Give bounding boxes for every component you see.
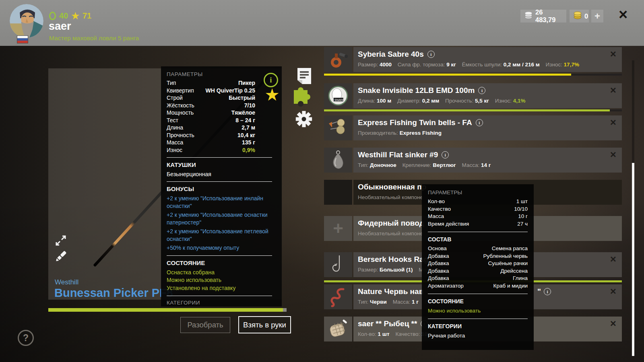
param-label: Тип (167, 79, 176, 87)
help-button[interactable]: ? (18, 330, 34, 346)
silver-amount: 26 483,79 (535, 8, 563, 24)
tooltip-composition-header: СОСТАВ (428, 236, 528, 243)
level-icon (49, 12, 56, 20)
stat-label: Кол-во: (358, 331, 376, 337)
info-icon[interactable]: i (478, 87, 485, 94)
stat-label: Крепление: (402, 162, 431, 168)
username: saer (49, 20, 71, 33)
stat-value: Черви (370, 299, 387, 305)
remove-item-button[interactable]: × (610, 148, 616, 161)
bonus-line: +2 к умению "Использование оснастки пате… (167, 211, 272, 226)
state-header: СОСТОЯНИЕ (167, 259, 276, 266)
wear-bar (324, 109, 622, 111)
param-label: Квивертип (167, 87, 194, 95)
take-in-hands-button[interactable]: Взять в руки (238, 316, 291, 333)
stat-label: Длина: (358, 98, 375, 104)
item-name: Bunessan Picker PF8 (54, 286, 173, 300)
reels-value: Безынерционная (167, 171, 276, 178)
bonus-line: +50% к получаемому опыту (167, 244, 272, 252)
edit-pencil-icon[interactable] (55, 250, 67, 264)
composition-value: Рубленный червь (483, 253, 528, 260)
scrollbar-thumb[interactable] (632, 163, 634, 356)
tooltip-param-label: Качество (428, 206, 451, 213)
param-wear-value: 0,9% (242, 146, 255, 154)
param-value: Быстрый (229, 94, 255, 102)
info-icon[interactable]: i (427, 51, 435, 58)
composition-label: Ароматизатор (428, 282, 464, 290)
gold-coins-icon (573, 11, 582, 21)
favorite-star-icon[interactable]: ★ (264, 86, 280, 104)
item-parameters-panel: ПАРАМЕТРЫ ТипПикер КвивертипWH QuiverTip… (161, 66, 282, 306)
remove-item-button[interactable]: × (610, 285, 616, 298)
param-value: WH QuiverTip 0.25 (206, 87, 255, 95)
remove-item-button[interactable]: × (610, 84, 616, 97)
info-icon[interactable]: i (442, 151, 449, 158)
stat-value: 9 кг (446, 62, 456, 68)
stat-value: 1 г (412, 299, 419, 305)
stat-value: Express Fishing (400, 130, 442, 136)
stat-label: Диаметр: (397, 98, 421, 104)
stat-value: 0,2 мм (422, 98, 440, 104)
remove-item-button[interactable]: × (610, 317, 616, 330)
parameters-header: ПАРАМЕТРЫ (167, 71, 276, 77)
scrollbar-track[interactable] (632, 60, 634, 356)
star-icon: ★ (71, 12, 79, 20)
plus-icon: + (594, 10, 600, 22)
stat-value: 14 г (481, 162, 491, 168)
item-durability-bar (48, 308, 287, 312)
item-title: Express Fishing Twin bells - FA (358, 118, 472, 127)
worm-thumbnail (324, 284, 352, 309)
tooltip-param-label: Кол-во (428, 198, 445, 206)
item-tooltip: ПАРАМЕТРЫ Кол-во1 шт Качество10/10 Масса… (422, 184, 534, 350)
groundbait-thumbnail (324, 180, 352, 205)
composition-label: Добавка (428, 260, 449, 267)
inventory-row-sinker[interactable]: Westhill Flat sinker #9i Тип: Доночное К… (324, 148, 622, 173)
param-value: Тяжёлое (231, 109, 255, 117)
level-value: 40 (59, 11, 68, 21)
line-spool-thumbnail: SNAKE (324, 83, 352, 108)
close-button[interactable]: × (619, 6, 627, 23)
info-icon[interactable]: i (476, 119, 483, 126)
state-line: Можно использовать (167, 276, 276, 284)
add-currency-button[interactable]: + (591, 10, 603, 23)
disassemble-button[interactable]: Разобрать (180, 317, 230, 333)
item-title: Snake Invisible 12LB EMD 100m (358, 86, 475, 95)
composition-label: Добавка (428, 253, 449, 260)
stat-label: Прочность: (445, 98, 473, 104)
param-label: Масса (167, 139, 183, 146)
expand-button[interactable] (55, 234, 67, 248)
param-value: 7/10 (244, 102, 255, 109)
param-value: 2,7 м (242, 124, 255, 132)
stat-label: Тип: (358, 299, 368, 305)
inventory-row-line[interactable]: SNAKE Snake Invisible 12LB EMD 100mi Дли… (324, 83, 622, 108)
composition-value: Краб и мидии (493, 282, 528, 290)
remove-item-button[interactable]: × (610, 48, 616, 60)
notes-button[interactable] (297, 68, 312, 86)
param-value: 10,4 кг (237, 132, 255, 139)
categories-header: КАТЕГОРИИ (167, 300, 276, 306)
stat-value: Большой (1) (380, 267, 413, 273)
tooltip-param-value: 10 г (518, 213, 528, 220)
settings-gear-icon[interactable] (295, 110, 313, 130)
inventory-row-bells[interactable]: Express Fishing Twin bells - FAi Произво… (324, 115, 622, 140)
silver-balance: 26 483,79 (520, 10, 566, 23)
assembly-puzzle-button[interactable] (292, 85, 313, 109)
stat-wear-value: 17,7% (564, 62, 579, 68)
param-label: Мощность (167, 109, 194, 117)
inventory-row-reel[interactable]: Syberia Sabre 40si Размер: 4000 Сила фр.… (324, 47, 622, 72)
param-label: Жёсткость (167, 102, 194, 109)
composition-label: Основа (428, 245, 447, 253)
remove-item-button[interactable]: × (610, 253, 616, 265)
param-label: Тест (167, 117, 178, 124)
remove-item-button[interactable]: × (610, 116, 616, 129)
param-label: Строй (167, 94, 183, 102)
tooltip-param-value: 27 ч (517, 220, 528, 228)
tooltip-categories-header: КАТЕГОРИИ (428, 323, 528, 329)
add-component-slot[interactable]: + (324, 216, 352, 241)
stat-label: Сила фр. тормоза: (398, 62, 445, 68)
avatar[interactable] (10, 4, 43, 38)
composition-label: Добавка (428, 267, 449, 275)
stat-label: Производитель: (358, 130, 398, 136)
info-icon[interactable]: i (544, 288, 551, 295)
optional-component-note: Необязательный компоне (358, 194, 423, 200)
